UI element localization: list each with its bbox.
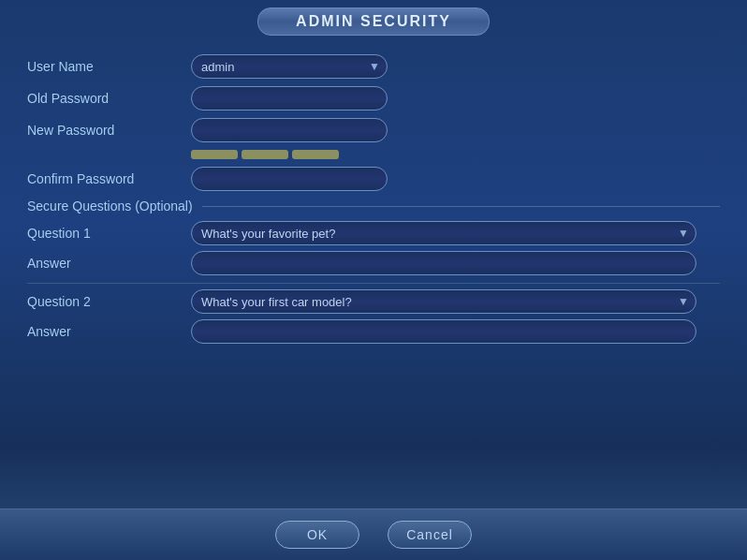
strength-bar-1 bbox=[191, 150, 238, 159]
cancel-button[interactable]: Cancel bbox=[388, 521, 472, 549]
secure-questions-section: Secure Questions (Optional) bbox=[27, 199, 720, 214]
old-password-row: Old Password bbox=[27, 86, 720, 111]
question2-dropdown-wrapper: What's your first car model? What city w… bbox=[191, 289, 696, 314]
question2-select[interactable]: What's your first car model? What city w… bbox=[191, 289, 696, 314]
confirm-password-input[interactable] bbox=[191, 167, 388, 191]
username-row: User Name admin ▼ bbox=[27, 54, 720, 79]
strength-bar-2 bbox=[242, 150, 288, 159]
username-label: User Name bbox=[27, 59, 191, 74]
strength-bar-3 bbox=[292, 150, 339, 159]
username-select[interactable]: admin bbox=[191, 54, 388, 79]
ok-button[interactable]: OK bbox=[275, 521, 359, 549]
question2-label: Question 2 bbox=[27, 294, 191, 309]
answer2-row: Answer bbox=[27, 319, 720, 344]
username-dropdown-wrapper: admin ▼ bbox=[191, 54, 388, 79]
main-content: User Name admin ▼ Old Password New Passw… bbox=[8, 45, 739, 508]
secure-questions-label: Secure Questions (Optional) bbox=[27, 199, 193, 214]
question1-select[interactable]: What's your favorite pet? What's your mo… bbox=[191, 221, 696, 245]
question1-label: Question 1 bbox=[27, 226, 191, 241]
answer1-row: Answer bbox=[27, 251, 720, 275]
answer1-label: Answer bbox=[27, 256, 191, 271]
old-password-input[interactable] bbox=[191, 86, 388, 111]
confirm-password-row: Confirm Password bbox=[27, 167, 720, 191]
old-password-label: Old Password bbox=[27, 91, 191, 106]
new-password-label: New Password bbox=[27, 123, 191, 138]
answer2-label: Answer bbox=[27, 324, 191, 339]
bottom-bar: OK Cancel bbox=[0, 508, 747, 560]
question2-row: Question 2 What's your first car model? … bbox=[27, 289, 720, 314]
password-strength-bars bbox=[191, 150, 720, 159]
answer1-input[interactable] bbox=[191, 251, 696, 275]
new-password-row: New Password bbox=[27, 118, 720, 142]
new-password-input[interactable] bbox=[191, 118, 388, 142]
question1-row: Question 1 What's your favorite pet? Wha… bbox=[27, 221, 720, 245]
question-divider bbox=[27, 283, 720, 284]
answer2-input[interactable] bbox=[191, 319, 696, 344]
confirm-password-label: Confirm Password bbox=[27, 171, 191, 186]
question1-dropdown-wrapper: What's your favorite pet? What's your mo… bbox=[191, 221, 696, 245]
title-bar: ADMIN SECURITY bbox=[257, 7, 490, 36]
section-divider-line bbox=[202, 206, 720, 207]
dialog-title: ADMIN SECURITY bbox=[296, 13, 451, 29]
